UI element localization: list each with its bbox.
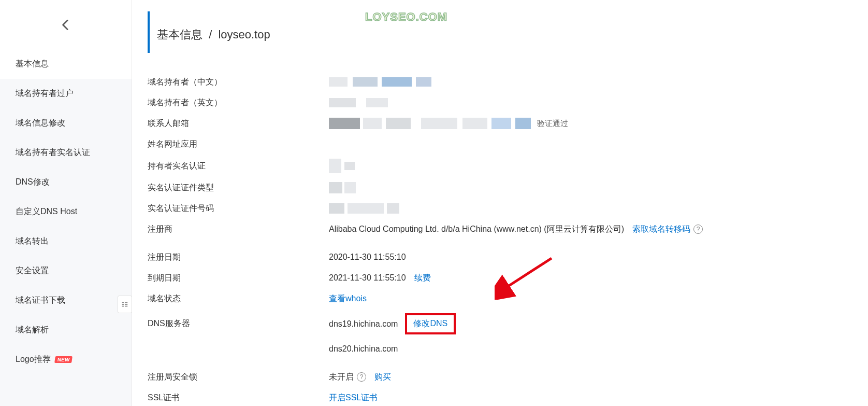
svg-rect-3 bbox=[125, 304, 127, 305]
field-value-redacted bbox=[329, 203, 399, 214]
row-dns-server-2: dns20.hichina.com bbox=[148, 339, 852, 359]
sidebar: 基本信息 域名持有者过户 域名信息修改 域名持有者实名认证 DNS修改 自定义D… bbox=[0, 0, 132, 406]
sidebar-item-label: 安全设置 bbox=[16, 265, 49, 276]
annotation-highlight: 修改DNS bbox=[405, 313, 456, 334]
sidebar-item-label: 域名持有者实名认证 bbox=[16, 147, 90, 158]
breadcrumb: 基本信息 / loyseo.top bbox=[148, 11, 852, 53]
sidebar-item-transfer-out[interactable]: 域名转出 bbox=[0, 227, 132, 256]
field-value: Alibaba Cloud Computing Ltd. d/b/a HiChi… bbox=[329, 224, 703, 235]
svg-rect-5 bbox=[125, 306, 127, 307]
field-value: dns20.hichina.com bbox=[329, 344, 398, 354]
row-exp-date: 到期日期 2021-11-30 11:55:10 续费 bbox=[148, 268, 852, 288]
field-label: 实名认证证件号码 bbox=[148, 203, 329, 214]
field-label: 姓名网址应用 bbox=[148, 139, 329, 150]
email-verify-status: 验证通过 bbox=[537, 119, 568, 129]
exp-date-value: 2021-11-30 11:55:10 bbox=[329, 273, 406, 283]
main-content: 基本信息 / loyseo.top 域名持有者（中文） 域名持有者（英文） 联系… bbox=[132, 0, 868, 406]
breadcrumb-section: 基本信息 bbox=[157, 28, 202, 41]
chevron-left-icon bbox=[59, 18, 73, 32]
sidebar-item-domain-resolve[interactable]: 域名解析 bbox=[0, 315, 132, 345]
field-value-redacted: 验证通过 bbox=[329, 118, 568, 129]
new-badge: NEW bbox=[54, 356, 73, 363]
row-dns-server: DNS服务器 dns19.hichina.com 修改DNS bbox=[148, 309, 852, 339]
field-value-redacted bbox=[329, 77, 431, 87]
svg-rect-4 bbox=[122, 306, 124, 307]
row-registry-lock: 注册局安全锁 未开启 ? 购买 bbox=[148, 367, 852, 387]
row-domain-status: 域名状态 查看whois bbox=[148, 288, 852, 309]
sidebar-item-info-modify[interactable]: 域名信息修改 bbox=[0, 108, 132, 138]
help-icon[interactable]: ? bbox=[357, 372, 366, 382]
renew-link[interactable]: 续费 bbox=[414, 273, 431, 284]
get-transfer-code-link[interactable]: 索取域名转移码 bbox=[632, 224, 690, 235]
sidebar-item-label: 域名信息修改 bbox=[16, 118, 65, 129]
field-label: 域名持有者（英文） bbox=[148, 97, 329, 108]
field-label: 联系人邮箱 bbox=[148, 118, 329, 129]
back-button[interactable] bbox=[0, 0, 132, 49]
field-label: 域名状态 bbox=[148, 293, 329, 304]
registry-lock-value: 未开启 bbox=[329, 372, 354, 383]
field-value-redacted bbox=[329, 159, 355, 173]
field-label: 持有者实名认证 bbox=[148, 161, 329, 172]
field-label: 注册日期 bbox=[148, 252, 329, 263]
field-label: 注册商 bbox=[148, 224, 329, 235]
breadcrumb-domain: loyseo.top bbox=[218, 28, 270, 41]
field-label: 注册局安全锁 bbox=[148, 372, 329, 383]
collapse-icon bbox=[121, 301, 128, 308]
view-whois-link[interactable]: 查看whois bbox=[329, 293, 367, 304]
svg-rect-1 bbox=[125, 302, 127, 303]
sidebar-item-label: 自定义DNS Host bbox=[16, 206, 77, 217]
sidebar-item-label: DNS修改 bbox=[16, 177, 50, 188]
field-label: 实名认证证件类型 bbox=[148, 183, 329, 193]
field-value: 查看whois bbox=[329, 293, 367, 304]
sidebar-item-label: 域名持有者过户 bbox=[16, 88, 74, 99]
sidebar-item-security[interactable]: 安全设置 bbox=[0, 256, 132, 286]
dns-server-2: dns20.hichina.com bbox=[329, 344, 398, 354]
registrar-value: Alibaba Cloud Computing Ltd. d/b/a HiChi… bbox=[329, 224, 624, 235]
row-realname-cert-type: 实名认证证件类型 bbox=[148, 177, 852, 198]
svg-rect-2 bbox=[122, 304, 124, 305]
row-name-url-app: 姓名网址应用 bbox=[148, 134, 852, 155]
dns-server-1: dns19.hichina.com bbox=[329, 319, 398, 329]
field-label: DNS服务器 bbox=[148, 318, 329, 329]
row-registrar: 注册商 Alibaba Cloud Computing Ltd. d/b/a H… bbox=[148, 219, 852, 240]
svg-rect-0 bbox=[122, 302, 124, 303]
row-holder-realname: 持有者实名认证 bbox=[148, 155, 852, 177]
sidebar-item-holder-transfer[interactable]: 域名持有者过户 bbox=[0, 79, 132, 108]
field-value-redacted bbox=[329, 182, 356, 193]
field-value: 开启SSL证书 bbox=[329, 393, 378, 403]
enable-ssl-link[interactable]: 开启SSL证书 bbox=[329, 393, 378, 403]
sidebar-item-label: Logo推荐 bbox=[16, 354, 51, 365]
sidebar-item-dns-modify[interactable]: DNS修改 bbox=[0, 167, 132, 197]
field-value: dns19.hichina.com 修改DNS bbox=[329, 313, 456, 334]
sidebar-item-label: 域名转出 bbox=[16, 236, 49, 247]
row-reg-date: 注册日期 2020-11-30 11:55:10 bbox=[148, 247, 852, 268]
sidebar-item-realname-auth[interactable]: 域名持有者实名认证 bbox=[0, 138, 132, 167]
field-label: 域名持有者（中文） bbox=[148, 77, 329, 88]
row-holder-en: 域名持有者（英文） bbox=[148, 92, 852, 113]
help-icon[interactable]: ? bbox=[693, 225, 703, 234]
breadcrumb-sep: / bbox=[209, 28, 212, 41]
field-label: 到期日期 bbox=[148, 273, 329, 284]
field-value: 2020-11-30 11:55:10 bbox=[329, 253, 406, 262]
sidebar-item-custom-dns-host[interactable]: 自定义DNS Host bbox=[0, 197, 132, 227]
field-value: 未开启 ? 购买 bbox=[329, 372, 391, 383]
sidebar-item-cert-download[interactable]: 域名证书下载 bbox=[0, 286, 132, 315]
field-label: SSL证书 bbox=[148, 393, 329, 403]
field-value-redacted bbox=[329, 98, 388, 107]
sidebar-item-label: 域名解析 bbox=[16, 325, 49, 335]
field-value: 2021-11-30 11:55:10 续费 bbox=[329, 273, 431, 284]
row-holder-cn: 域名持有者（中文） bbox=[148, 72, 852, 92]
sidebar-item-label: 域名证书下载 bbox=[16, 295, 65, 306]
sidebar-item-label: 基本信息 bbox=[16, 59, 49, 69]
sidebar-collapse-handle[interactable] bbox=[118, 296, 132, 313]
row-contact-email: 联系人邮箱 验证通过 bbox=[148, 113, 852, 134]
sidebar-item-logo-recommend[interactable]: Logo推荐 NEW bbox=[0, 345, 132, 374]
modify-dns-link[interactable]: 修改DNS bbox=[413, 319, 447, 328]
sidebar-item-basic-info[interactable]: 基本信息 bbox=[0, 49, 132, 79]
buy-lock-link[interactable]: 购买 bbox=[374, 372, 391, 383]
row-realname-cert-no: 实名认证证件号码 bbox=[148, 198, 852, 219]
row-ssl-cert: SSL证书 开启SSL证书 bbox=[148, 387, 852, 406]
